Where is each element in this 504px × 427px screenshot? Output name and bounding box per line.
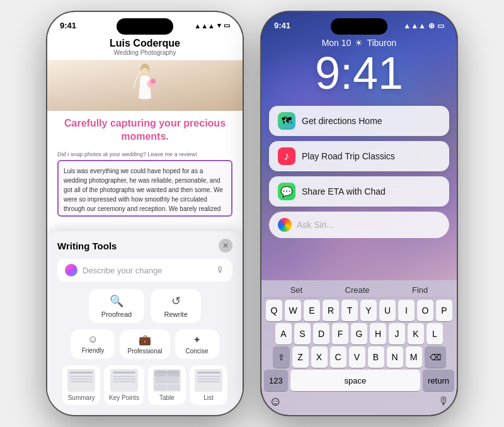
key-points-label: Key Points <box>109 394 139 401</box>
signal-icon: ▲▲▲ <box>194 22 215 30</box>
professional-label: Professional <box>127 348 162 355</box>
key-n[interactable]: N <box>387 346 403 368</box>
friendly-label: Friendly <box>82 347 105 354</box>
website-subtitle: Wedding Photography <box>60 49 230 56</box>
key-q[interactable]: Q <box>266 300 282 321</box>
key-j[interactable]: J <box>389 323 405 344</box>
messages-icon: 💬 <box>278 183 295 200</box>
concise-button[interactable]: ✦ Concise <box>175 329 219 359</box>
kb-suggestion-create[interactable]: Create <box>345 285 370 295</box>
table-card[interactable]: Table <box>148 365 186 404</box>
proofread-label: Proofread <box>101 310 132 318</box>
left-phone: 9:41 ▲▲▲ ▾ ▭ Luis Coderque Wedding Photo… <box>47 12 243 415</box>
lock-screen: 9:41 ▲▲▲ ⊕ ▭ Mon 10 ☀ Tiburon 9:41 🗺 Get… <box>261 12 457 415</box>
key-z[interactable]: Z <box>292 346 309 368</box>
key-b[interactable]: B <box>368 346 384 368</box>
wt-search-bar[interactable]: Describe your change 🎙 <box>57 259 232 282</box>
svg-point-3 <box>151 79 156 84</box>
key-g[interactable]: G <box>351 323 367 344</box>
key-u[interactable]: U <box>379 300 396 321</box>
summary-card[interactable]: Summary <box>62 365 100 404</box>
panel-title: Writing Tools <box>57 241 117 251</box>
rewrite-label: Rewrite <box>164 310 188 318</box>
battery-icon-right: ▭ <box>437 21 444 30</box>
summary-label: Summary <box>68 394 95 401</box>
tone-tools-row: ☺ Friendly 💼 Professional ✦ Concise <box>57 329 232 359</box>
key-space[interactable]: space <box>290 370 420 391</box>
key-k[interactable]: K <box>408 323 424 344</box>
key-h[interactable]: H <box>370 323 386 344</box>
keyboard-bottom-bar: ☺ 🎙 <box>264 393 454 410</box>
friendly-button[interactable]: ☺ Friendly <box>71 329 115 359</box>
rewrite-button[interactable]: ↺ Rewrite <box>151 289 201 323</box>
key-y[interactable]: Y <box>360 300 377 321</box>
key-points-card[interactable]: Key Points <box>104 365 144 404</box>
keyboard-row-3: ⇧ Z X C V B N M ⌫ <box>264 346 454 368</box>
table-label: Table <box>159 394 175 401</box>
sun-icon: ☀ <box>355 38 363 48</box>
suggestion-music[interactable]: ♪ Play Road Trip Classics <box>269 141 449 171</box>
key-m[interactable]: M <box>406 346 422 368</box>
key-a[interactable]: A <box>275 323 292 344</box>
signal-icon-right: ▲▲▲ <box>403 21 426 30</box>
key-s[interactable]: S <box>294 323 311 344</box>
key-l[interactable]: L <box>427 323 443 344</box>
wifi-icon: ▾ <box>217 21 221 30</box>
emoji-button[interactable]: ☺ <box>269 394 282 409</box>
mic-icon[interactable]: 🎙 <box>216 265 225 275</box>
key-d[interactable]: D <box>313 323 329 344</box>
panel-header: Writing Tools ✕ <box>57 239 232 253</box>
dynamic-island-right <box>331 18 387 35</box>
bride-image <box>129 64 161 108</box>
key-o[interactable]: O <box>417 300 433 321</box>
writing-tools-panel: Writing Tools ✕ Describe your change 🎙 🔍… <box>47 231 243 404</box>
siri-input[interactable]: Ask Siri... <box>269 212 449 238</box>
kb-suggestion-set[interactable]: Set <box>290 285 303 295</box>
summary-visual <box>67 369 95 392</box>
suggestion-eta[interactable]: 💬 Share ETA with Chad <box>269 176 449 207</box>
hero-text: Carefully capturing your precious moment… <box>47 111 243 149</box>
list-card[interactable]: List <box>190 365 227 404</box>
suggestion-directions[interactable]: 🗺 Get directions Home <box>269 106 449 136</box>
key-shift[interactable]: ⇧ <box>273 346 290 368</box>
website-header: Luis Coderque Wedding Photography <box>47 33 243 60</box>
right-phone: 9:41 ▲▲▲ ⊕ ▭ Mon 10 ☀ Tiburon 9:41 🗺 Get… <box>261 12 457 415</box>
siri-suggestions: 🗺 Get directions Home ♪ Play Road Trip C… <box>261 106 457 207</box>
list-visual <box>195 369 222 392</box>
keyboard-row-2: A S D F G H J K L <box>264 323 454 344</box>
key-f[interactable]: F <box>332 323 348 344</box>
left-content: Luis Coderque Wedding Photography Carefu… <box>47 33 243 404</box>
keyboard-row-4: 123 space return <box>264 370 454 391</box>
key-t[interactable]: T <box>341 300 358 321</box>
professional-icon: 💼 <box>139 334 151 346</box>
proofread-button[interactable]: 🔍 Proofread <box>89 289 144 323</box>
time-left: 9:41 <box>60 21 76 30</box>
eta-label: Share ETA with Chad <box>302 186 386 196</box>
maps-icon: 🗺 <box>278 112 295 130</box>
key-w[interactable]: W <box>285 300 301 321</box>
key-delete[interactable]: ⌫ <box>425 346 446 368</box>
professional-button[interactable]: 💼 Professional <box>120 329 169 359</box>
concise-icon: ✦ <box>193 334 201 346</box>
date-text: Mon 10 <box>322 38 352 48</box>
keyboard-suggestions: Set Create Find <box>264 283 454 298</box>
key-i[interactable]: I <box>398 300 415 321</box>
close-button[interactable]: ✕ <box>219 239 232 253</box>
kb-suggestion-find[interactable]: Find <box>412 285 428 295</box>
siri-placeholder: Ask Siri... <box>297 220 334 230</box>
review-prompt: Did I snap photos at your wedding? Leave… <box>47 149 243 160</box>
key-c[interactable]: C <box>330 346 346 368</box>
keyboard-mic[interactable]: 🎙 <box>438 395 449 408</box>
key-return[interactable]: return <box>423 370 454 391</box>
key-e[interactable]: E <box>304 300 320 321</box>
search-placeholder: Describe your change <box>83 266 211 275</box>
review-textarea[interactable]: Luis was everything we could have hoped … <box>57 160 232 217</box>
key-p[interactable]: P <box>436 300 452 321</box>
key-r[interactable]: R <box>323 300 339 321</box>
key-v[interactable]: V <box>349 346 365 368</box>
music-icon: ♪ <box>278 147 295 165</box>
key-123[interactable]: 123 <box>264 370 288 391</box>
friendly-icon: ☺ <box>88 334 98 345</box>
time-right: 9:41 <box>274 21 290 30</box>
key-x[interactable]: X <box>311 346 328 368</box>
